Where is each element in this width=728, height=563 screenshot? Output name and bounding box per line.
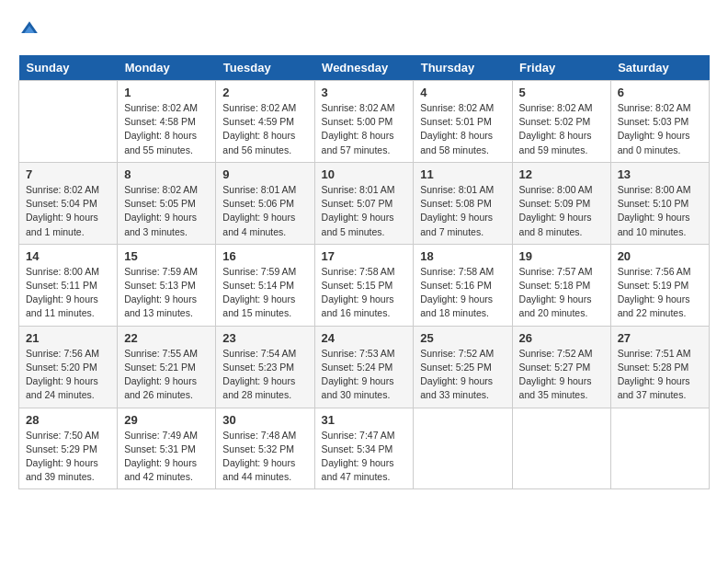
day-info: Sunrise: 8:02 AM Sunset: 5:03 PM Dayligh…: [618, 101, 702, 157]
week-row-4: 21Sunrise: 7:56 AM Sunset: 5:20 PM Dayli…: [19, 326, 710, 408]
day-cell: 22Sunrise: 7:55 AM Sunset: 5:21 PM Dayli…: [118, 326, 216, 408]
day-number: 14: [26, 249, 110, 263]
day-info: Sunrise: 7:52 AM Sunset: 5:25 PM Dayligh…: [420, 347, 505, 403]
week-row-3: 14Sunrise: 8:00 AM Sunset: 5:11 PM Dayli…: [19, 244, 710, 326]
day-info: Sunrise: 7:59 AM Sunset: 5:14 PM Dayligh…: [222, 265, 307, 321]
col-header-sunday: Sunday: [19, 55, 118, 81]
day-cell: 10Sunrise: 8:01 AM Sunset: 5:07 PM Dayli…: [314, 162, 414, 244]
day-cell: [19, 81, 118, 163]
day-number: 25: [420, 331, 505, 345]
day-cell: 6Sunrise: 8:02 AM Sunset: 5:03 PM Daylig…: [610, 81, 709, 163]
day-cell: 26Sunrise: 7:52 AM Sunset: 5:27 PM Dayli…: [512, 326, 610, 408]
day-number: 22: [124, 331, 209, 345]
day-number: 31: [322, 413, 407, 427]
day-cell: 4Sunrise: 8:02 AM Sunset: 5:01 PM Daylig…: [414, 81, 512, 163]
day-cell: 25Sunrise: 7:52 AM Sunset: 5:25 PM Dayli…: [414, 326, 512, 408]
week-row-5: 28Sunrise: 7:50 AM Sunset: 5:29 PM Dayli…: [19, 408, 710, 489]
logo-icon: [18, 18, 40, 40]
day-info: Sunrise: 7:58 AM Sunset: 5:15 PM Dayligh…: [322, 265, 407, 321]
week-row-2: 7Sunrise: 8:02 AM Sunset: 5:04 PM Daylig…: [19, 162, 710, 244]
day-number: 2: [222, 86, 307, 99]
day-info: Sunrise: 8:02 AM Sunset: 5:05 PM Dayligh…: [124, 183, 209, 239]
week-row-1: 1Sunrise: 8:02 AM Sunset: 4:58 PM Daylig…: [19, 81, 710, 163]
day-cell: 17Sunrise: 7:58 AM Sunset: 5:15 PM Dayli…: [314, 244, 414, 326]
day-info: Sunrise: 7:52 AM Sunset: 5:27 PM Dayligh…: [519, 347, 604, 403]
day-number: 12: [519, 167, 604, 181]
day-number: 23: [222, 331, 307, 345]
day-info: Sunrise: 7:47 AM Sunset: 5:34 PM Dayligh…: [322, 429, 407, 485]
day-number: 15: [124, 249, 209, 263]
day-cell: 9Sunrise: 8:01 AM Sunset: 5:06 PM Daylig…: [216, 162, 314, 244]
day-cell: 5Sunrise: 8:02 AM Sunset: 5:02 PM Daylig…: [512, 81, 610, 163]
day-info: Sunrise: 8:02 AM Sunset: 5:00 PM Dayligh…: [322, 101, 407, 157]
day-info: Sunrise: 8:02 AM Sunset: 5:02 PM Dayligh…: [519, 101, 604, 157]
day-cell: 3Sunrise: 8:02 AM Sunset: 5:00 PM Daylig…: [314, 81, 414, 163]
header-row: SundayMondayTuesdayWednesdayThursdayFrid…: [19, 55, 710, 81]
day-number: 19: [519, 249, 604, 263]
day-cell: 18Sunrise: 7:58 AM Sunset: 5:16 PM Dayli…: [414, 244, 512, 326]
day-cell: 16Sunrise: 7:59 AM Sunset: 5:14 PM Dayli…: [216, 244, 314, 326]
day-number: 11: [420, 167, 505, 181]
day-cell: 20Sunrise: 7:56 AM Sunset: 5:19 PM Dayli…: [610, 244, 709, 326]
day-cell: 11Sunrise: 8:01 AM Sunset: 5:08 PM Dayli…: [414, 162, 512, 244]
day-info: Sunrise: 8:02 AM Sunset: 5:01 PM Dayligh…: [420, 101, 505, 157]
day-info: Sunrise: 7:57 AM Sunset: 5:18 PM Dayligh…: [519, 265, 604, 321]
day-number: 9: [222, 167, 307, 181]
day-info: Sunrise: 8:02 AM Sunset: 5:04 PM Dayligh…: [26, 183, 110, 239]
col-header-tuesday: Tuesday: [216, 55, 314, 81]
day-cell: 27Sunrise: 7:51 AM Sunset: 5:28 PM Dayli…: [610, 326, 709, 408]
day-info: Sunrise: 7:55 AM Sunset: 5:21 PM Dayligh…: [124, 347, 209, 403]
day-info: Sunrise: 7:58 AM Sunset: 5:16 PM Dayligh…: [420, 265, 505, 321]
day-info: Sunrise: 7:54 AM Sunset: 5:23 PM Dayligh…: [222, 347, 307, 403]
calendar-table: SundayMondayTuesdayWednesdayThursdayFrid…: [18, 55, 710, 489]
day-info: Sunrise: 7:51 AM Sunset: 5:28 PM Dayligh…: [618, 347, 702, 403]
day-info: Sunrise: 8:00 AM Sunset: 5:09 PM Dayligh…: [519, 183, 604, 239]
day-number: 1: [124, 86, 209, 99]
col-header-monday: Monday: [118, 55, 216, 81]
day-info: Sunrise: 8:00 AM Sunset: 5:10 PM Dayligh…: [618, 183, 702, 239]
day-cell: 14Sunrise: 8:00 AM Sunset: 5:11 PM Dayli…: [19, 244, 118, 326]
day-number: 8: [124, 167, 209, 181]
day-number: 18: [420, 249, 505, 263]
day-number: 13: [618, 167, 702, 181]
day-cell: 29Sunrise: 7:49 AM Sunset: 5:31 PM Dayli…: [118, 408, 216, 489]
day-info: Sunrise: 7:53 AM Sunset: 5:24 PM Dayligh…: [322, 347, 407, 403]
day-number: 10: [322, 167, 407, 181]
day-cell: 1Sunrise: 8:02 AM Sunset: 4:58 PM Daylig…: [118, 81, 216, 163]
day-number: 20: [618, 249, 702, 263]
day-cell: 19Sunrise: 7:57 AM Sunset: 5:18 PM Dayli…: [512, 244, 610, 326]
day-info: Sunrise: 8:02 AM Sunset: 4:58 PM Dayligh…: [124, 101, 209, 157]
day-info: Sunrise: 7:48 AM Sunset: 5:32 PM Dayligh…: [222, 429, 307, 485]
col-header-wednesday: Wednesday: [314, 55, 414, 81]
day-number: 21: [26, 331, 110, 345]
day-cell: 15Sunrise: 7:59 AM Sunset: 5:13 PM Dayli…: [118, 244, 216, 326]
day-cell: 23Sunrise: 7:54 AM Sunset: 5:23 PM Dayli…: [216, 326, 314, 408]
day-info: Sunrise: 8:02 AM Sunset: 4:59 PM Dayligh…: [222, 101, 307, 157]
day-cell: 2Sunrise: 8:02 AM Sunset: 4:59 PM Daylig…: [216, 81, 314, 163]
day-info: Sunrise: 8:01 AM Sunset: 5:06 PM Dayligh…: [222, 183, 307, 239]
day-info: Sunrise: 7:59 AM Sunset: 5:13 PM Dayligh…: [124, 265, 209, 321]
col-header-thursday: Thursday: [414, 55, 512, 81]
day-cell: 24Sunrise: 7:53 AM Sunset: 5:24 PM Dayli…: [314, 326, 414, 408]
day-number: 29: [124, 413, 209, 427]
day-number: 17: [322, 249, 407, 263]
day-number: 26: [519, 331, 604, 345]
day-cell: 21Sunrise: 7:56 AM Sunset: 5:20 PM Dayli…: [19, 326, 118, 408]
day-info: Sunrise: 7:56 AM Sunset: 5:19 PM Dayligh…: [618, 265, 702, 321]
day-cell: 12Sunrise: 8:00 AM Sunset: 5:09 PM Dayli…: [512, 162, 610, 244]
day-cell: 31Sunrise: 7:47 AM Sunset: 5:34 PM Dayli…: [314, 408, 414, 489]
day-number: 24: [322, 331, 407, 345]
day-info: Sunrise: 8:01 AM Sunset: 5:08 PM Dayligh…: [420, 183, 505, 239]
logo: [18, 18, 44, 40]
day-info: Sunrise: 8:00 AM Sunset: 5:11 PM Dayligh…: [26, 265, 110, 321]
day-info: Sunrise: 7:56 AM Sunset: 5:20 PM Dayligh…: [26, 347, 110, 403]
day-cell: [610, 408, 709, 489]
day-cell: 28Sunrise: 7:50 AM Sunset: 5:29 PM Dayli…: [19, 408, 118, 489]
day-info: Sunrise: 7:50 AM Sunset: 5:29 PM Dayligh…: [26, 429, 110, 485]
day-cell: 8Sunrise: 8:02 AM Sunset: 5:05 PM Daylig…: [118, 162, 216, 244]
day-cell: 7Sunrise: 8:02 AM Sunset: 5:04 PM Daylig…: [19, 162, 118, 244]
day-info: Sunrise: 8:01 AM Sunset: 5:07 PM Dayligh…: [322, 183, 407, 239]
day-number: 16: [222, 249, 307, 263]
day-number: 27: [618, 331, 702, 345]
col-header-saturday: Saturday: [610, 55, 709, 81]
